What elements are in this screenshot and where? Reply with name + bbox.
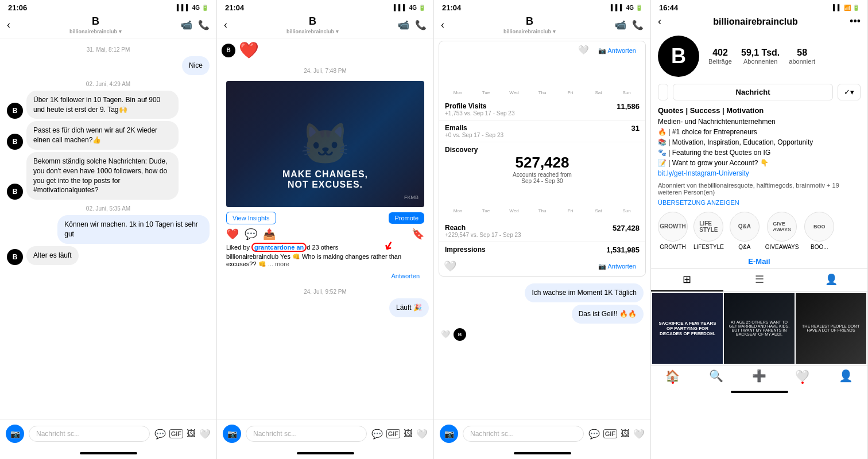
antworten-button-1[interactable]: Antworten bbox=[386, 270, 424, 282]
promote-button[interactable]: Promote bbox=[389, 212, 424, 224]
impressions-value: 1,531,985 bbox=[606, 246, 640, 254]
panel-insights: 21:04 ▍▍▍ 4G 🔋 ‹ B billionairebrainclub … bbox=[434, 0, 651, 459]
phone-icon-2[interactable]: 📞 bbox=[415, 20, 427, 30]
home-bar-2 bbox=[217, 448, 433, 459]
follow-dropdown[interactable]: ✓▾ bbox=[838, 84, 861, 100]
antworten-button-top[interactable]: 📷 Antworten bbox=[594, 45, 641, 57]
nachricht-btn-actual[interactable]: Nachricht bbox=[673, 84, 833, 100]
nav-search[interactable]: 🔍 bbox=[694, 369, 737, 383]
bar2-sat: Sat bbox=[586, 207, 611, 213]
tab-tagged[interactable]: 👤 bbox=[795, 269, 867, 291]
heart-icon-3[interactable]: 🤍 bbox=[633, 429, 645, 439]
gif-icon-1[interactable]: GIF bbox=[169, 429, 183, 438]
antworten-button-bottom[interactable]: 📷 Antworten bbox=[594, 260, 641, 273]
heart-icon-2[interactable]: 🤍 bbox=[416, 429, 428, 439]
nav-title-3: B billionairebrainclub ▾ bbox=[503, 15, 556, 34]
bar-tue-label: Tue bbox=[482, 90, 490, 95]
phone-icon-1[interactable]: 📞 bbox=[198, 20, 210, 30]
input-bar-3: 📷 Nachricht sc... 💬 GIF 🖼 🤍 bbox=[434, 419, 650, 448]
phone-icon-3[interactable]: 📞 bbox=[632, 20, 644, 30]
emoji-icon-3[interactable]: 💬 bbox=[588, 429, 600, 439]
tab-grid[interactable]: ⊞ bbox=[651, 269, 723, 291]
like-icon-p2[interactable]: ❤️ bbox=[226, 228, 239, 240]
highlight-growth[interactable]: GROWTH GROWTH bbox=[658, 212, 688, 250]
photo-icon-3[interactable]: 🖼 bbox=[621, 429, 630, 439]
view-insights-button[interactable]: View Insights bbox=[226, 212, 276, 224]
grant-highlight: grantcardone an bbox=[251, 243, 307, 252]
stat-followers[interactable]: 59,1 Tsd. Abonnenten bbox=[741, 48, 780, 65]
msg-nachrichten: Bekomm ständig solche Nachrichten: Dude,… bbox=[26, 152, 179, 200]
back-button-2[interactable]: ‹ bbox=[224, 19, 227, 31]
back-button-1[interactable]: ‹ bbox=[7, 19, 10, 31]
heart-icon-1[interactable]: 🤍 bbox=[199, 429, 211, 439]
heart-bottom[interactable]: 🤍 bbox=[444, 260, 456, 273]
photo-icon-1[interactable]: 🖼 bbox=[187, 429, 196, 439]
post-author: FKMB bbox=[404, 195, 418, 200]
heart-insights[interactable]: 🤍 bbox=[578, 45, 589, 57]
highlight-circle-giveaways: GIVEAWAYS bbox=[767, 212, 797, 242]
email-link[interactable]: E-Mail bbox=[651, 255, 867, 268]
nav-add[interactable]: ➕ bbox=[738, 369, 781, 383]
battery-icon-2: 🔋 bbox=[418, 5, 425, 11]
grid-item-2[interactable]: AT AGE 25 OTHERS WANT TO GET MARRIED AND… bbox=[724, 293, 795, 364]
insights-bottom-actions: 🤍 📷 Antworten bbox=[439, 258, 645, 276]
message-input-2[interactable]: Nachricht sc... bbox=[246, 426, 367, 442]
more-icon[interactable]: ••• bbox=[850, 15, 861, 28]
message-input-3[interactable]: Nachricht sc... bbox=[463, 426, 584, 442]
highlight-giveaways[interactable]: GIVEAWAYS GIVEAWAYS bbox=[765, 212, 799, 250]
status-bar-2: 21:04 ▍▍▍ 4G 🔋 bbox=[217, 0, 433, 13]
bio-url[interactable]: bit.ly/get-Instagram-University bbox=[658, 169, 749, 177]
pv-title: Profile Visits bbox=[445, 102, 514, 110]
highlight-questions[interactable]: Q&A Q&A bbox=[730, 212, 760, 250]
message-input-1[interactable]: Nachricht sc... bbox=[29, 426, 150, 442]
msg-konnen: Können wir machen. 1k in 10 Tagen ist se… bbox=[57, 215, 210, 244]
nav-bar-3: ‹ B billionairebrainclub ▾ 📹 📞 bbox=[434, 13, 650, 38]
camera-button-1[interactable]: 📷 bbox=[6, 425, 24, 443]
signal-icon: ▍▍▍ bbox=[177, 5, 191, 11]
post-image: 🐱 MAKE CHANGES,NOT EXCUSES. FKMB bbox=[226, 81, 424, 207]
grid-item-3[interactable]: THE REALEST PEOPLE DON'T HAVE A LOT OF F… bbox=[796, 293, 866, 364]
back-button-4[interactable]: ‹ bbox=[658, 15, 661, 28]
camera-button-3[interactable]: 📷 bbox=[440, 425, 458, 443]
back-button-3[interactable]: ‹ bbox=[441, 19, 444, 31]
bookmark-icon-p2[interactable]: 🔖 bbox=[412, 228, 424, 240]
nav-likes[interactable]: 🤍 bbox=[781, 369, 824, 383]
stat-following[interactable]: 58 abonniert bbox=[789, 48, 815, 65]
profile-avatar: B bbox=[658, 36, 699, 77]
highlight-lifestyle[interactable]: LIFESTYLE LIFESTYLE bbox=[693, 212, 724, 250]
share-icon-p2[interactable]: 📤 bbox=[263, 228, 276, 240]
nav-username-2: billionairebrainclub ▾ bbox=[286, 28, 339, 34]
tab-list[interactable]: ☰ bbox=[723, 269, 796, 291]
signal-icon-2: ▍▍▍ bbox=[394, 5, 408, 11]
avatar-b-2: B bbox=[7, 134, 23, 150]
bar-fri: Fri bbox=[557, 89, 583, 95]
nachricht-button[interactable] bbox=[658, 84, 668, 100]
photo-icon-2[interactable]: 🖼 bbox=[404, 429, 413, 439]
stat-posts[interactable]: 402 Beiträge bbox=[708, 48, 732, 65]
pv-sub: +1,753 vs. Sep 17 - Sep 23 bbox=[445, 110, 514, 116]
video-icon-1[interactable]: 📹 bbox=[181, 20, 192, 30]
highlight-boo[interactable]: BOO BOO... bbox=[804, 212, 834, 250]
chat-area-1: 31. Mai, 8:12 PM Nice 02. Juni, 4:29 AM … bbox=[0, 38, 216, 419]
camera-button-2[interactable]: 📷 bbox=[223, 425, 241, 443]
signal-icon-4: ▍▍ bbox=[833, 5, 842, 11]
grid-item-1[interactable]: SACRIFICE A FEW YEARS OF PARTYING FOR DE… bbox=[652, 293, 723, 364]
bar-wed-label: Wed bbox=[509, 90, 518, 95]
gif-icon-3[interactable]: GIF bbox=[603, 429, 617, 438]
video-icon-3[interactable]: 📹 bbox=[615, 20, 626, 30]
comment-icon-p2[interactable]: 💬 bbox=[245, 228, 257, 240]
gif-icon-2[interactable]: GIF bbox=[386, 429, 400, 438]
home-indicator-2 bbox=[297, 452, 354, 454]
emoji-icon-2[interactable]: 💬 bbox=[371, 429, 383, 439]
highlight-circle-growth: GROWTH bbox=[658, 212, 688, 242]
nav-home[interactable]: 🏠 bbox=[651, 369, 694, 383]
bio-link[interactable]: bit.ly/get-Instagram-University bbox=[658, 168, 861, 178]
translate-link[interactable]: ÜBERSETZUNG ANZEIGEN bbox=[651, 198, 867, 207]
status-bar-1: 21:06 ▍▍▍ 4G 🔋 bbox=[0, 0, 216, 13]
nav-title-1: B billionairebrainclub ▾ bbox=[69, 15, 122, 34]
highlight-label-growth: GROWTH bbox=[660, 244, 686, 250]
emoji-icon-1[interactable]: 💬 bbox=[154, 429, 166, 439]
caption-text: billionairebrainclub Yes 👊 Who is making… bbox=[222, 252, 429, 269]
nav-profile[interactable]: 👤 bbox=[824, 369, 867, 383]
video-icon-2[interactable]: 📹 bbox=[398, 20, 409, 30]
